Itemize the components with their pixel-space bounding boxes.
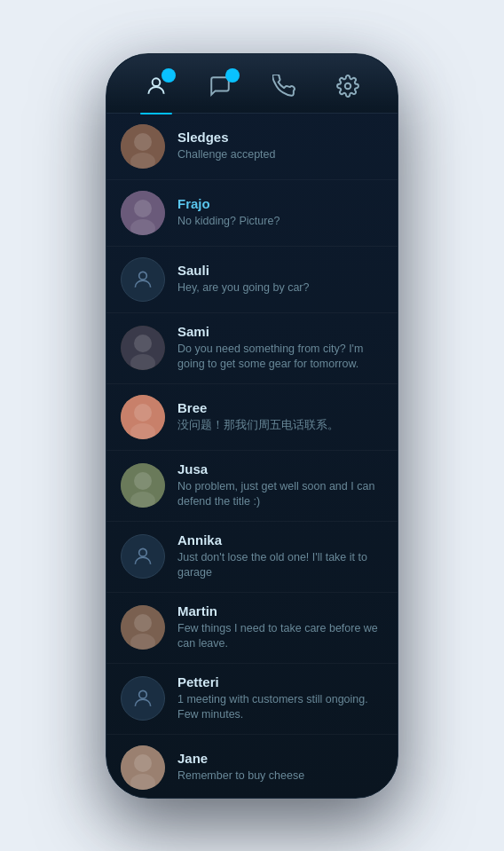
- chat-preview-sami: Do you need something from city? I'm goi…: [177, 342, 383, 373]
- chats-badge: [225, 68, 240, 83]
- chat-item-sauli[interactable]: Sauli Hey, are you going by car?: [106, 247, 398, 313]
- avatar-frajo: [121, 191, 165, 235]
- chat-content-jane: Jane Remember to buy cheese: [177, 751, 383, 784]
- nav-contacts[interactable]: [135, 70, 177, 102]
- person-icon: [144, 74, 169, 98]
- chat-preview-annika: Just don't lose the old one! I'll take i…: [177, 550, 383, 581]
- avatar-jusa: [121, 463, 165, 508]
- chat-item-martin[interactable]: Martin Few things I need to take care be…: [106, 593, 398, 664]
- svg-point-3: [134, 133, 152, 151]
- chat-item-jusa[interactable]: Jusa No problem, just get well soon and …: [106, 451, 398, 522]
- svg-point-8: [139, 272, 147, 280]
- chat-preview-sledges: Challenge accepted: [177, 147, 383, 163]
- chat-content-sledges: Sledges Challenge accepted: [177, 130, 383, 163]
- svg-point-1: [345, 83, 351, 89]
- nav-settings[interactable]: [327, 70, 369, 102]
- nav-bar: [106, 54, 398, 114]
- chat-name-frajo: Frajo: [177, 196, 383, 211]
- chat-icon: [208, 74, 232, 98]
- chat-content-annika: Annika Just don't lose the old one! I'll…: [177, 532, 383, 581]
- svg-point-6: [134, 200, 152, 217]
- avatar-bree: [121, 395, 165, 439]
- avatar-sauli: [121, 257, 165, 302]
- chat-name-sledges: Sledges: [177, 130, 383, 145]
- chat-preview-jusa: No problem, just get well soon and I can…: [177, 479, 383, 510]
- chat-preview-jane: Remember to buy cheese: [177, 768, 383, 784]
- phone-device: Sledges Challenge accepted Frajo No kidd…: [106, 53, 398, 799]
- chat-name-sami: Sami: [177, 324, 383, 339]
- chat-content-frajo: Frajo No kidding? Picture?: [177, 196, 383, 230]
- svg-point-22: [139, 690, 147, 698]
- chat-item-bree[interactable]: Bree 没问题！那我们周五电话联系。: [106, 384, 398, 451]
- chat-preview-petteri: 1 meeting with customers still ongoing. …: [177, 692, 383, 723]
- svg-point-0: [153, 78, 161, 86]
- chat-content-jusa: Jusa No problem, just get well soon and …: [177, 461, 383, 510]
- chat-content-sami: Sami Do you need something from city? I'…: [177, 324, 383, 373]
- svg-point-10: [134, 335, 152, 352]
- chat-name-annika: Annika: [177, 532, 383, 548]
- chat-name-bree: Bree: [177, 400, 383, 415]
- chat-item-sami[interactable]: Sami Do you need something from city? I'…: [106, 313, 398, 384]
- chat-content-martin: Martin Few things I need to take care be…: [177, 603, 383, 652]
- avatar-sledges: [121, 124, 165, 169]
- chat-item-sledges[interactable]: Sledges Challenge accepted: [106, 114, 398, 180]
- nav-chats[interactable]: [199, 70, 241, 102]
- gear-icon: [335, 74, 360, 98]
- chat-item-jane[interactable]: Jane Remember to buy cheese: [106, 735, 398, 797]
- chat-name-jusa: Jusa: [177, 461, 383, 477]
- chat-list: Sledges Challenge accepted Frajo No kidd…: [106, 114, 398, 797]
- avatar-petteri: [121, 676, 165, 721]
- chat-content-bree: Bree 没问题！那我们周五电话联系。: [177, 400, 383, 434]
- avatar-jane: [121, 745, 165, 790]
- chat-preview-bree: 没问题！那我们周五电话联系。: [177, 418, 383, 434]
- chat-preview-frajo: No kidding? Picture?: [177, 214, 383, 230]
- chat-preview-sauli: Hey, are you going by car?: [177, 280, 383, 296]
- avatar-martin: [121, 605, 165, 650]
- nav-calls[interactable]: [263, 70, 305, 102]
- svg-point-20: [134, 614, 152, 632]
- chat-item-frajo[interactable]: Frajo No kidding? Picture?: [106, 180, 398, 247]
- chat-content-petteri: Petteri 1 meeting with customers still o…: [177, 674, 383, 723]
- chat-name-petteri: Petteri: [177, 674, 383, 689]
- chat-item-annika[interactable]: Annika Just don't lose the old one! I'll…: [106, 522, 398, 593]
- svg-point-18: [139, 548, 147, 556]
- phone-icon: [272, 74, 296, 98]
- phone-wrapper: Sledges Challenge accepted Frajo No kidd…: [0, 0, 504, 851]
- chat-name-jane: Jane: [177, 751, 383, 766]
- avatar-annika: [121, 534, 165, 579]
- avatar-sami: [121, 326, 165, 370]
- chat-item-petteri[interactable]: Petteri 1 meeting with customers still o…: [106, 664, 398, 735]
- chat-name-martin: Martin: [177, 603, 383, 619]
- chat-content-sauli: Sauli Hey, are you going by car?: [177, 263, 383, 296]
- svg-point-24: [134, 754, 152, 772]
- chat-name-sauli: Sauli: [177, 263, 383, 278]
- contacts-badge: [161, 68, 176, 83]
- svg-point-16: [134, 472, 152, 490]
- svg-point-13: [134, 404, 152, 422]
- chat-preview-martin: Few things I need to take care before we…: [177, 621, 383, 652]
